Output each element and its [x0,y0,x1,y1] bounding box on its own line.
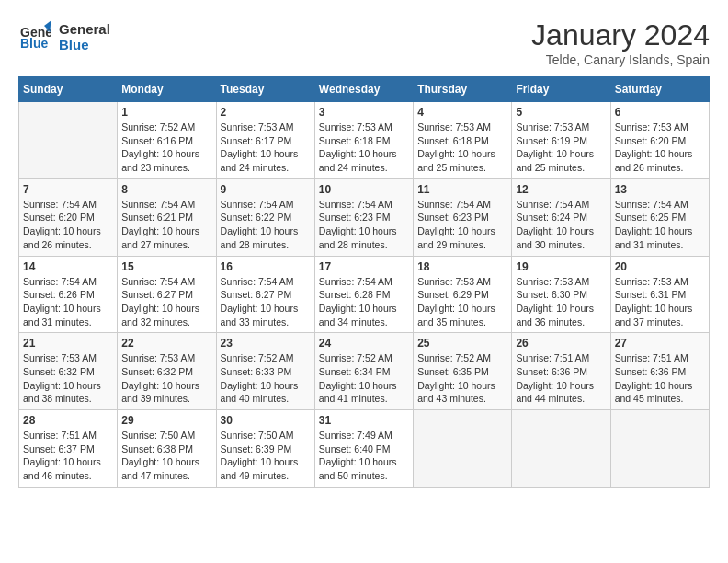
calendar-cell: 20Sunrise: 7:53 AM Sunset: 6:31 PM Dayli… [610,256,709,333]
day-number: 10 [319,183,409,196]
day-number: 16 [221,260,311,273]
day-number: 25 [417,337,507,350]
day-number: 5 [516,106,606,119]
header-saturday: Saturday [610,77,709,102]
day-info: Sunrise: 7:54 AM Sunset: 6:25 PM Dayligh… [615,198,705,252]
svg-text:Blue: Blue [20,36,49,51]
day-number: 30 [221,414,311,427]
day-info: Sunrise: 7:49 AM Sunset: 6:40 PM Dayligh… [319,429,409,483]
calendar-cell: 19Sunrise: 7:53 AM Sunset: 6:30 PM Dayli… [512,256,610,333]
month-year-title: January 2024 [531,18,710,52]
calendar-cell: 25Sunrise: 7:52 AM Sunset: 6:35 PM Dayli… [414,333,512,410]
day-number: 1 [121,106,211,119]
calendar-body: 1Sunrise: 7:52 AM Sunset: 6:16 PM Daylig… [19,102,710,488]
calendar-cell: 18Sunrise: 7:53 AM Sunset: 6:29 PM Dayli… [414,256,512,333]
day-number: 13 [615,183,705,196]
header-wednesday: Wednesday [314,77,413,102]
day-number: 7 [23,183,113,196]
day-number: 15 [121,260,211,273]
calendar-cell: 5Sunrise: 7:53 AM Sunset: 6:19 PM Daylig… [512,102,610,179]
day-number: 12 [516,183,606,196]
logo-line2: Blue [59,37,110,52]
day-info: Sunrise: 7:54 AM Sunset: 6:28 PM Dayligh… [319,275,409,329]
day-number: 19 [516,260,606,273]
calendar-cell: 24Sunrise: 7:52 AM Sunset: 6:34 PM Dayli… [314,333,413,410]
logo: General Blue General Blue [18,18,110,55]
calendar-cell: 31Sunrise: 7:49 AM Sunset: 6:40 PM Dayli… [314,410,413,488]
week-row-1: 1Sunrise: 7:52 AM Sunset: 6:16 PM Daylig… [19,102,710,179]
week-row-5: 28Sunrise: 7:51 AM Sunset: 6:37 PM Dayli… [19,410,710,488]
week-row-2: 7Sunrise: 7:54 AM Sunset: 6:20 PM Daylig… [19,178,710,256]
calendar-cell: 21Sunrise: 7:53 AM Sunset: 6:32 PM Dayli… [19,333,118,410]
day-info: Sunrise: 7:54 AM Sunset: 6:24 PM Dayligh… [516,198,606,252]
day-info: Sunrise: 7:52 AM Sunset: 6:16 PM Dayligh… [121,121,211,175]
day-info: Sunrise: 7:51 AM Sunset: 6:37 PM Dayligh… [23,429,113,483]
day-info: Sunrise: 7:51 AM Sunset: 6:36 PM Dayligh… [615,351,705,406]
calendar-cell: 16Sunrise: 7:54 AM Sunset: 6:27 PM Dayli… [216,256,314,333]
day-info: Sunrise: 7:52 AM Sunset: 6:33 PM Dayligh… [221,351,311,406]
day-info: Sunrise: 7:53 AM Sunset: 6:18 PM Dayligh… [417,121,507,175]
day-info: Sunrise: 7:53 AM Sunset: 6:32 PM Dayligh… [23,351,113,406]
day-info: Sunrise: 7:54 AM Sunset: 6:26 PM Dayligh… [23,275,113,329]
header-sunday: Sunday [19,77,118,102]
calendar-cell: 4Sunrise: 7:53 AM Sunset: 6:18 PM Daylig… [414,102,512,179]
day-info: Sunrise: 7:53 AM Sunset: 6:31 PM Dayligh… [615,275,705,329]
calendar-cell: 17Sunrise: 7:54 AM Sunset: 6:28 PM Dayli… [314,256,413,333]
calendar-cell: 22Sunrise: 7:53 AM Sunset: 6:32 PM Dayli… [118,333,216,410]
day-number: 28 [23,414,113,427]
calendar-cell: 12Sunrise: 7:54 AM Sunset: 6:24 PM Dayli… [512,178,610,256]
day-number: 23 [221,337,311,350]
day-info: Sunrise: 7:50 AM Sunset: 6:38 PM Dayligh… [121,429,211,483]
header-monday: Monday [118,77,216,102]
day-number: 2 [221,106,311,119]
day-info: Sunrise: 7:54 AM Sunset: 6:27 PM Dayligh… [221,275,311,329]
calendar-cell: 9Sunrise: 7:54 AM Sunset: 6:22 PM Daylig… [216,178,314,256]
day-info: Sunrise: 7:53 AM Sunset: 6:32 PM Dayligh… [121,351,211,406]
calendar-cell [414,410,512,488]
day-number: 27 [615,337,705,350]
day-info: Sunrise: 7:53 AM Sunset: 6:29 PM Dayligh… [417,275,507,329]
calendar-cell: 13Sunrise: 7:54 AM Sunset: 6:25 PM Dayli… [610,178,709,256]
calendar-cell: 26Sunrise: 7:51 AM Sunset: 6:36 PM Dayli… [512,333,610,410]
day-number: 4 [417,106,507,119]
calendar-cell [19,102,118,179]
day-number: 6 [615,106,705,119]
day-info: Sunrise: 7:53 AM Sunset: 6:19 PM Dayligh… [516,121,606,175]
calendar-cell [610,410,709,488]
calendar-cell: 10Sunrise: 7:54 AM Sunset: 6:23 PM Dayli… [314,178,413,256]
logo-line1: General [59,21,110,37]
calendar-cell: 6Sunrise: 7:53 AM Sunset: 6:20 PM Daylig… [610,102,709,179]
calendar-cell: 27Sunrise: 7:51 AM Sunset: 6:36 PM Dayli… [610,333,709,410]
day-info: Sunrise: 7:53 AM Sunset: 6:20 PM Dayligh… [615,121,705,175]
day-info: Sunrise: 7:52 AM Sunset: 6:34 PM Dayligh… [319,351,409,406]
day-info: Sunrise: 7:53 AM Sunset: 6:18 PM Dayligh… [319,121,409,175]
header-tuesday: Tuesday [216,77,314,102]
calendar-cell: 14Sunrise: 7:54 AM Sunset: 6:26 PM Dayli… [19,256,118,333]
day-number: 31 [319,414,409,427]
day-number: 3 [319,106,409,119]
calendar-cell: 11Sunrise: 7:54 AM Sunset: 6:23 PM Dayli… [414,178,512,256]
day-number: 21 [23,337,113,350]
title-block: January 2024 Telde, Canary Islands, Spai… [531,18,710,67]
calendar-cell: 1Sunrise: 7:52 AM Sunset: 6:16 PM Daylig… [118,102,216,179]
day-number: 18 [417,260,507,273]
day-info: Sunrise: 7:54 AM Sunset: 6:27 PM Dayligh… [121,275,211,329]
calendar-cell: 8Sunrise: 7:54 AM Sunset: 6:21 PM Daylig… [118,178,216,256]
day-number: 8 [121,183,211,196]
day-number: 14 [23,260,113,273]
header-thursday: Thursday [414,77,512,102]
location-subtitle: Telde, Canary Islands, Spain [531,52,710,67]
calendar-table: SundayMondayTuesdayWednesdayThursdayFrid… [18,76,710,488]
day-info: Sunrise: 7:54 AM Sunset: 6:20 PM Dayligh… [23,198,113,252]
calendar-cell: 7Sunrise: 7:54 AM Sunset: 6:20 PM Daylig… [19,178,118,256]
day-number: 17 [319,260,409,273]
day-info: Sunrise: 7:54 AM Sunset: 6:23 PM Dayligh… [417,198,507,252]
day-info: Sunrise: 7:52 AM Sunset: 6:35 PM Dayligh… [417,351,507,406]
day-number: 29 [121,414,211,427]
calendar-cell: 3Sunrise: 7:53 AM Sunset: 6:18 PM Daylig… [314,102,413,179]
day-info: Sunrise: 7:51 AM Sunset: 6:36 PM Dayligh… [516,351,606,406]
calendar-cell: 15Sunrise: 7:54 AM Sunset: 6:27 PM Dayli… [118,256,216,333]
calendar-cell: 29Sunrise: 7:50 AM Sunset: 6:38 PM Dayli… [118,410,216,488]
calendar-header-row: SundayMondayTuesdayWednesdayThursdayFrid… [19,77,710,102]
day-info: Sunrise: 7:54 AM Sunset: 6:22 PM Dayligh… [221,198,311,252]
